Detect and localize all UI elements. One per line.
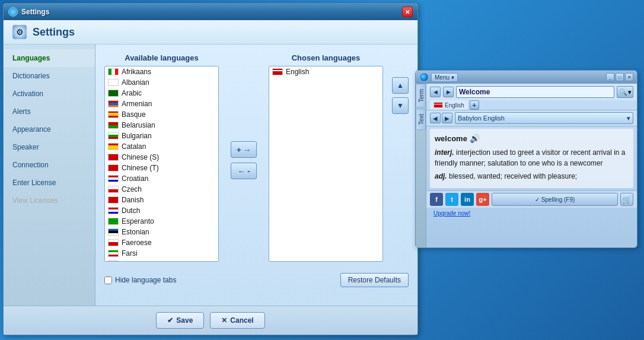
- cancel-button[interactable]: ✕ Cancel: [210, 312, 264, 329]
- list-item[interactable]: Danish: [105, 195, 218, 205]
- available-languages-list[interactable]: Afrikaans Albanian Arabic: [104, 66, 219, 262]
- search-go-button[interactable]: 🔍 ▾: [617, 86, 633, 98]
- list-item[interactable]: Albanian: [105, 77, 218, 88]
- flag-filipino: [108, 260, 119, 262]
- sidebar-item-connection[interactable]: Connection: [4, 156, 95, 174]
- flag-chinese-s: [108, 154, 119, 161]
- add-tab-button[interactable]: +: [470, 100, 479, 110]
- window-body: ⚙ Settings Languages Dictionaries Activa…: [4, 20, 417, 335]
- flag-belarusian: [108, 122, 119, 129]
- list-item[interactable]: Basque: [105, 109, 218, 120]
- flag-czech: [108, 186, 119, 193]
- babylon-menu-button[interactable]: Menu ▾: [431, 73, 458, 82]
- forward-button[interactable]: ▶: [443, 87, 454, 97]
- pos2-label: adj.: [435, 172, 447, 180]
- googleplus-button[interactable]: g+: [476, 193, 489, 206]
- babylon-title-bar: Menu ▾ _ □ ✕: [416, 71, 637, 84]
- sidebar-item-dictionaries[interactable]: Dictionaries: [4, 67, 95, 85]
- app-icon: [8, 7, 18, 17]
- flag-basque: [108, 111, 119, 118]
- definition-area: welcome 🔊 interj. interjection used to g…: [430, 129, 633, 188]
- tab-english[interactable]: English: [430, 100, 468, 110]
- term-tab[interactable]: Term: [416, 84, 426, 107]
- side-tabs: Term Text: [416, 84, 426, 247]
- list-item[interactable]: Czech: [105, 184, 218, 195]
- settings-icon: ⚙: [12, 25, 27, 39]
- remove-language-button[interactable]: ← -: [231, 163, 257, 179]
- spelling-label: Spelling (F9): [541, 196, 575, 203]
- minimize-button[interactable]: _: [606, 73, 614, 81]
- list-item[interactable]: Esperanto: [105, 216, 218, 227]
- hide-tabs-checkbox[interactable]: [104, 277, 112, 284]
- twitter-button[interactable]: t: [445, 193, 458, 206]
- sidebar-item-appearance[interactable]: Appearance: [4, 120, 95, 138]
- hide-tabs-label[interactable]: Hide language tabs: [104, 276, 176, 284]
- spelling-button[interactable]: ✓ Spelling (F9): [492, 193, 618, 206]
- text-tab[interactable]: Text: [416, 109, 426, 130]
- sidebar-item-languages[interactable]: Languages: [4, 49, 95, 67]
- language-tabs: English +: [426, 100, 637, 110]
- restore-button[interactable]: □: [616, 73, 624, 81]
- flag-farsi: [108, 250, 119, 257]
- flag-us-tab: [433, 102, 443, 108]
- list-item[interactable]: Arabic: [105, 88, 218, 98]
- list-item[interactable]: Chinese (S): [105, 152, 218, 163]
- list-item[interactable]: Faeroese: [105, 237, 218, 248]
- upgrade-link[interactable]: Upgrade now!: [430, 209, 474, 218]
- header-title: Settings: [33, 26, 75, 39]
- sidebar-item-enter-license[interactable]: Enter License: [4, 174, 95, 192]
- sidebar-item-activation[interactable]: Activation: [4, 85, 95, 103]
- chosen-languages-list[interactable]: English: [269, 66, 383, 262]
- footer-row: Hide language tabs Restore Defaults: [104, 273, 409, 287]
- search-input[interactable]: [456, 86, 614, 98]
- list-item[interactable]: Dutch: [105, 205, 218, 216]
- list-item[interactable]: Afrikaans: [105, 66, 218, 77]
- sound-icon[interactable]: 🔊: [470, 132, 480, 145]
- list-item[interactable]: Farsi: [105, 248, 218, 259]
- languages-layout: Available languages Afrikaans Albanian: [104, 53, 409, 267]
- dictionary-selector[interactable]: Babylon English ▾: [455, 112, 633, 124]
- cancel-label: Cancel: [230, 316, 253, 325]
- list-item[interactable]: Belarusian: [105, 120, 218, 131]
- header-bar: ⚙ Settings: [4, 20, 417, 45]
- flag-arabic: [108, 90, 119, 97]
- word-title: welcome 🔊: [435, 132, 629, 145]
- dict-next-button[interactable]: ▶: [442, 113, 452, 123]
- sidebar-item-speaker[interactable]: Speaker: [4, 138, 95, 156]
- sidebar-item-view-licenses: View Licenses: [4, 192, 95, 209]
- back-button[interactable]: ◀: [430, 87, 441, 97]
- save-checkmark-icon: ✔: [167, 316, 173, 325]
- definition2-text: blessed, wanted; received with pleasure;: [449, 172, 577, 180]
- move-down-button[interactable]: ▼: [392, 97, 409, 114]
- window-title: Settings: [21, 8, 49, 16]
- list-item[interactable]: Chinese (T): [105, 163, 218, 173]
- flag-croatian: [108, 175, 119, 182]
- move-up-button[interactable]: ▲: [392, 77, 409, 94]
- definition1-text: interjection used to greet a visitor or …: [435, 148, 625, 167]
- flag-esperanto: [108, 218, 119, 225]
- list-item[interactable]: Croatian: [105, 173, 218, 184]
- facebook-button[interactable]: f: [430, 193, 443, 206]
- dropdown-arrow-icon: ▾: [627, 115, 630, 122]
- list-item[interactable]: English: [269, 66, 382, 77]
- add-language-button[interactable]: + →: [231, 141, 257, 158]
- list-item[interactable]: Filipino: [105, 259, 218, 262]
- search-bar: ◀ ▶ 🔍 ▾: [426, 84, 637, 100]
- flag-catalan: [108, 143, 119, 150]
- restore-defaults-button[interactable]: Restore Defaults: [340, 273, 409, 287]
- list-item[interactable]: Catalan: [105, 141, 218, 152]
- content-area: Languages Dictionaries Activation Alerts…: [4, 45, 417, 306]
- list-item[interactable]: Armenian: [105, 98, 218, 109]
- cart-button[interactable]: 🛒: [620, 193, 633, 206]
- sidebar-item-alerts[interactable]: Alerts: [4, 103, 95, 120]
- dict-prev-button[interactable]: ◀: [430, 113, 441, 123]
- list-item[interactable]: Bulgarian: [105, 131, 218, 141]
- main-panel: Available languages Afrikaans Albanian: [95, 45, 417, 306]
- close-button[interactable]: ✕: [402, 7, 413, 17]
- flag-chinese-t: [108, 164, 119, 171]
- list-item[interactable]: Estonian: [105, 227, 218, 237]
- save-button[interactable]: ✔ Save: [156, 312, 204, 329]
- flag-english: [272, 68, 283, 75]
- close-button-babylon[interactable]: ✕: [625, 73, 633, 81]
- linkedin-button[interactable]: in: [461, 193, 474, 206]
